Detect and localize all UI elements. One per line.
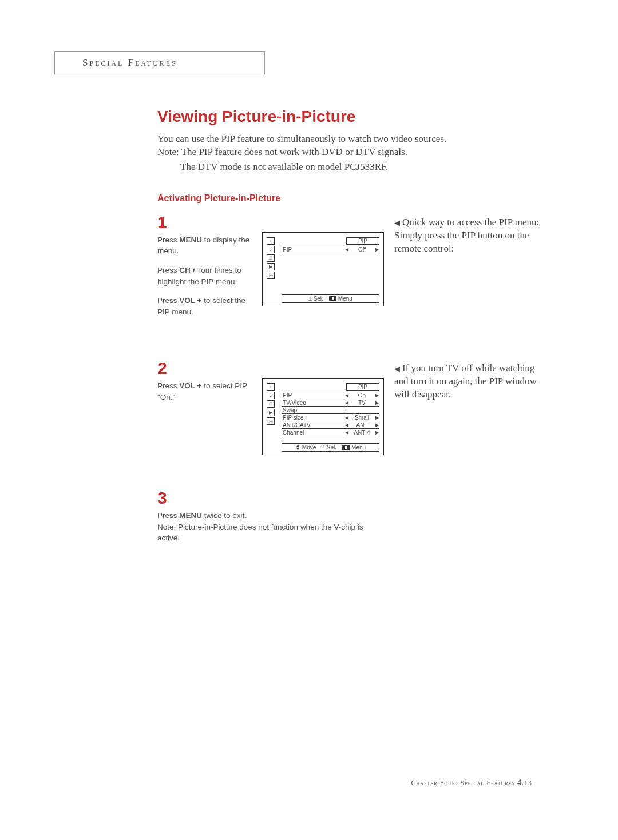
osd-row: PIP size◀Small▶ (282, 414, 379, 421)
menu-icon (342, 445, 350, 450)
osd-row: PIP ◀Off▶ (282, 246, 379, 253)
step-1: 1 Press MENU to display the menu. Press … (157, 214, 558, 325)
right-arrow-icon: ▶ (375, 400, 379, 405)
step-3: 3 Press MENU twice to exit. Note: Pictur… (157, 489, 558, 544)
osd-row: TV/Video◀TV▶ (282, 399, 379, 407)
step1-p1: Press MENU to display the menu. (157, 234, 259, 257)
right-arrow-icon: ▶ (375, 415, 379, 420)
page-title: Viewing Picture-in-Picture (157, 108, 558, 126)
left-arrow-icon: ◀ (345, 400, 348, 405)
page-footer: Chapter Four: Special Features 4.13 (411, 778, 532, 787)
step-number: 3 (157, 489, 167, 507)
osd-title: PIP (346, 237, 379, 245)
left-arrow-icon: ◀ (345, 423, 348, 428)
osd-tab-icon: ♪ (267, 392, 275, 399)
step1-p2: Press CH▼ four times to highlight the PI… (157, 265, 259, 287)
step3-p1: Press MENU twice to exit. (157, 511, 247, 520)
osd-screenshot-2: ▫ ♪ ⊞ ▶ ◎ PIP PIP◀On▶ TV/Video◀TV▶ Swap◀… (262, 378, 384, 455)
side-note-1: ◀Quick way to access the PIP menu: Simpl… (394, 216, 543, 256)
section-header: Special Features (54, 51, 265, 74)
step-number: 2 (157, 360, 259, 377)
right-arrow-icon: ▶ (375, 393, 379, 398)
osd-row: PIP◀On▶ (282, 392, 379, 399)
right-arrow-icon: ▶ (375, 430, 379, 435)
intro-line1: You can use the PIP feature to simultane… (157, 133, 446, 144)
step-number: 1 (157, 214, 259, 231)
osd-tab-icon: ▶ (267, 263, 275, 270)
left-pointer-icon: ◀ (394, 364, 400, 373)
osd-tab-icon: ⊞ (267, 400, 275, 408)
osd-tab-icon: ◎ (267, 272, 275, 279)
osd-tab-icon: ⊞ (267, 254, 275, 262)
osd-row: ANT/CATV◀ANT▶ (282, 421, 379, 429)
intro-line2: Note: The PIP feature does not work with… (157, 146, 407, 157)
left-arrow-icon: ◀ (345, 430, 348, 435)
osd-tab-icon: ▫ (267, 383, 275, 391)
osd-tab-icon: ▫ (267, 237, 275, 245)
step1-p3: Press VOL + to select the PIP menu. (157, 295, 259, 317)
left-arrow-icon: ◀ (345, 247, 348, 252)
updown-icon: ▲▼ (295, 444, 300, 451)
menu-icon (329, 296, 336, 301)
osd-footer: ± Sel. Menu (282, 294, 379, 303)
down-arrow-icon: ▼ (191, 266, 196, 275)
left-arrow-icon: ◀ (345, 415, 348, 420)
side-note-2: ◀If you turn TV off while watching and t… (394, 362, 543, 401)
left-pointer-icon: ◀ (394, 218, 400, 227)
osd-tab-icon: ▶ (267, 409, 275, 416)
section-title: Special Features (82, 57, 177, 69)
subheading: Activating Picture-in-Picture (157, 193, 558, 204)
step2-p1: Press VOL + to select PIP "On." (157, 380, 259, 403)
osd-footer: ▲▼ Move ± Sel. Menu (282, 443, 379, 452)
osd-screenshot-1: ▫ ♪ ⊞ ▶ ◎ PIP PIP ◀Off▶ (262, 232, 384, 306)
osd-row: Channel◀ANT 4▶ (282, 429, 379, 436)
intro-line3: The DTV mode is not available on model P… (180, 161, 512, 174)
osd-row: Swap◀▶ (282, 407, 379, 414)
osd-tab-icon: ◎ (267, 417, 275, 425)
step3-note: Note: Picture-in-Picture does not functi… (157, 523, 363, 543)
osd-title: PIP (346, 383, 379, 391)
left-arrow-icon: ◀ (345, 393, 348, 398)
right-arrow-icon: ▶ (375, 247, 379, 252)
right-arrow-icon: ▶ (375, 423, 379, 428)
osd-tab-icon: ♪ (267, 246, 275, 253)
intro-text: You can use the PIP feature to simultane… (157, 133, 512, 174)
step-2: 2 Press VOL + to select PIP "On." ▫ ♪ ⊞ (157, 360, 558, 455)
